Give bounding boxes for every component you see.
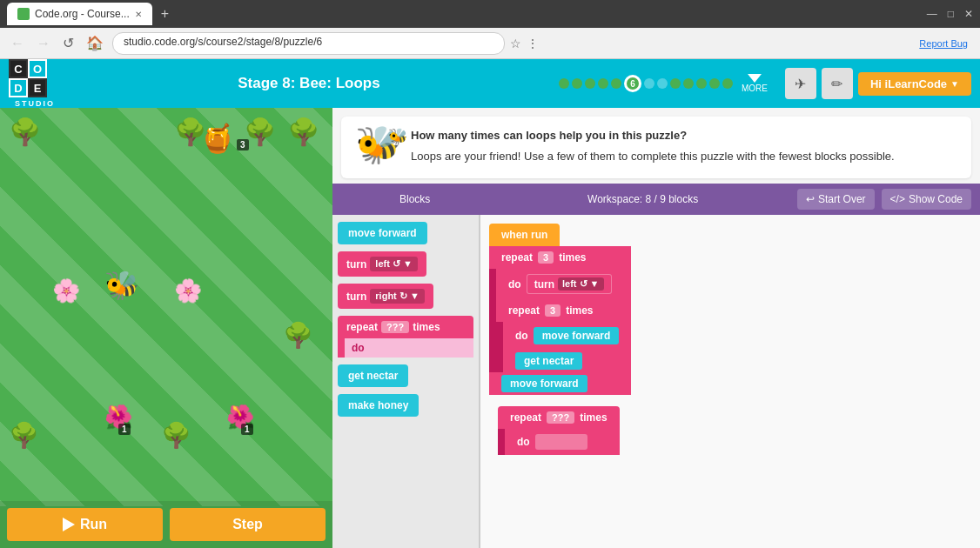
repeat-1-block[interactable]: repeat 3 times (489, 246, 631, 269)
right-dir-badge[interactable]: right ↻ ▼ (370, 289, 424, 304)
pencil-button[interactable]: ✏ (822, 68, 853, 99)
indent-bar-2 (496, 322, 503, 372)
progress-dot-9[interactable] (670, 78, 681, 89)
repeat1-times: times (559, 251, 586, 264)
repeat3-times: times (580, 411, 607, 424)
show-code-label: Show Code (909, 193, 963, 205)
progress-dot-7[interactable] (644, 78, 654, 89)
turn-left-block[interactable]: turn left ↺ ▼ (338, 251, 473, 277)
show-code-button[interactable]: </> Show Code (882, 189, 971, 210)
repeat-ques-badge[interactable]: ??? (381, 321, 409, 333)
make-honey-block[interactable]: make honey (338, 394, 419, 417)
progress-bar: 6 (559, 75, 733, 92)
repeat-3-block[interactable]: repeat ??? times (498, 406, 620, 429)
indent-bar-3 (498, 429, 505, 455)
browser-nav-bar: ← → ↺ 🏠 studio.code.org/s/course2/stage/… (0, 28, 980, 59)
do1-row: do turn left ↺ ▼ repeat 3 (489, 269, 631, 372)
tree-6: 🌳 (161, 421, 191, 450)
progress-dot-6[interactable]: 6 (624, 75, 641, 92)
repeat-label: repeat (346, 321, 378, 333)
repeat2-num[interactable]: 3 (545, 304, 560, 317)
home-button[interactable]: 🏠 (83, 33, 107, 53)
stage-title: Stage 8: Bee: Loops (68, 75, 550, 92)
progress-dot-3[interactable] (585, 78, 595, 89)
browser-tab[interactable]: Code.org - Course... ✕ (7, 3, 152, 25)
browser-tab-bar: Code.org - Course... ✕ + — □ ✕ (0, 0, 980, 28)
repeat-2-block[interactable]: repeat 3 times (496, 299, 631, 322)
forward-button[interactable]: → (33, 34, 54, 53)
repeat-times-label: times (413, 321, 440, 333)
progress-dot-13[interactable] (722, 78, 733, 89)
when-run-block[interactable]: when run (489, 224, 560, 246)
move-forward-after-label[interactable]: move forward (501, 375, 587, 392)
coding-area: move forward turn left ↺ ▼ turn right ↻ … (332, 215, 980, 548)
progress-dot-11[interactable] (696, 78, 707, 89)
repeat1-num[interactable]: 3 (538, 251, 554, 264)
logo-d-text: D (9, 78, 28, 97)
move-forward-ws[interactable]: move forward (534, 327, 620, 344)
minimize-button[interactable]: — (927, 8, 937, 20)
move-forward-block[interactable]: move forward (338, 222, 427, 244)
progress-dot-12[interactable] (709, 78, 720, 89)
logo-e-text: E (28, 78, 47, 97)
run-button[interactable]: Run (7, 508, 163, 541)
progress-dot-2[interactable] (572, 78, 582, 89)
tab-title: Code.org - Course... (35, 8, 130, 20)
back-button[interactable]: ← (7, 34, 28, 53)
repeat2-label: repeat (508, 304, 540, 317)
turn-label-ws: turn (534, 278, 554, 291)
refresh-button[interactable]: ↺ (59, 33, 77, 53)
game-area: 🌳 🌳 🌳 🌳 3 🍯 🐝 🌸 🌸 🌺 🌺 🌳 🌳 1 1 🌳 Run (0, 108, 332, 548)
turn-left-label: turn (346, 258, 366, 271)
report-bug-link[interactable]: Report Bug (919, 38, 968, 49)
tree-4: 🌳 (287, 117, 319, 147)
bee-icon-area: 🐝 🐝 (355, 127, 400, 164)
tab-close-button[interactable]: ✕ (135, 10, 142, 19)
instruction-box: 🐝 🐝 How many times can loops help you in… (341, 117, 971, 178)
logo-studio-label: STUDIO (9, 99, 61, 108)
move-forward-after[interactable]: move forward (489, 372, 631, 395)
tree-7: 🌳 (283, 321, 313, 350)
left-dir-ws[interactable]: left ↺ ▼ (558, 277, 604, 291)
workspace-panel: when run repeat 3 times (480, 215, 980, 548)
url-bar[interactable]: studio.code.org/s/course2/stage/8/puzzle… (112, 32, 505, 55)
start-over-label: Start Over (818, 193, 866, 205)
outer-repeat-wrapper: repeat 3 times do (489, 246, 631, 395)
step-button[interactable]: Step (170, 508, 326, 541)
tree-5: 🌳 (9, 421, 39, 450)
instruction-line2: Loops are your friend! Use a few of them… (411, 148, 895, 165)
plane-button[interactable]: ✈ (785, 68, 816, 99)
start-over-button[interactable]: ↩ Start Over (797, 189, 875, 210)
bookmark-icon[interactable]: ☆ (510, 37, 521, 50)
repeat3-ques[interactable]: ??? (547, 411, 574, 424)
left-dir-badge[interactable]: left ↺ ▼ (370, 257, 418, 271)
right-panel: 🐝 🐝 How many times can loops help you in… (332, 108, 980, 548)
get-nectar-ws[interactable]: get nectar (503, 350, 631, 372)
close-window-button[interactable]: ✕ (964, 8, 973, 20)
bee: 🐝 (104, 269, 139, 302)
repeat-block[interactable]: repeat ??? times do (338, 316, 473, 358)
badge-1b: 1 (241, 424, 253, 435)
workspace-info: Workspace: 8 / 9 blocks (495, 193, 790, 205)
progress-dot-10[interactable] (683, 78, 694, 89)
app-header: C O D E STUDIO Stage 8: Bee: Loops 6 MOR… (0, 59, 980, 108)
extensions-icon[interactable]: ⋮ (527, 37, 539, 50)
do1-turn-block[interactable]: do turn left ↺ ▼ (496, 269, 631, 299)
new-tab-button[interactable]: + (158, 6, 172, 22)
progress-dot-1[interactable] (559, 78, 569, 89)
inner-block-1: do turn left ↺ ▼ repeat 3 (496, 269, 631, 372)
do2-move-block[interactable]: do move forward (503, 322, 631, 350)
user-menu-button[interactable]: Hi iLearnCode ▼ (858, 72, 971, 96)
progress-dot-5[interactable] (611, 78, 621, 89)
turn-right-block[interactable]: turn right ↻ ▼ (338, 284, 473, 309)
get-nectar-ws-label[interactable]: get nectar (515, 352, 582, 370)
progress-dot-8[interactable] (657, 78, 668, 89)
more-button[interactable]: MORE (742, 74, 768, 93)
progress-dot-4[interactable] (598, 78, 608, 89)
blocks-panel: move forward turn left ↺ ▼ turn right ↻ … (332, 215, 480, 548)
nav-icons: ☆ ⋮ (510, 37, 539, 50)
user-label: Hi iLearnCode (870, 77, 947, 90)
do3-empty-slot[interactable] (535, 434, 587, 450)
maximize-button[interactable]: □ (948, 8, 954, 20)
get-nectar-block[interactable]: get nectar (338, 364, 408, 387)
